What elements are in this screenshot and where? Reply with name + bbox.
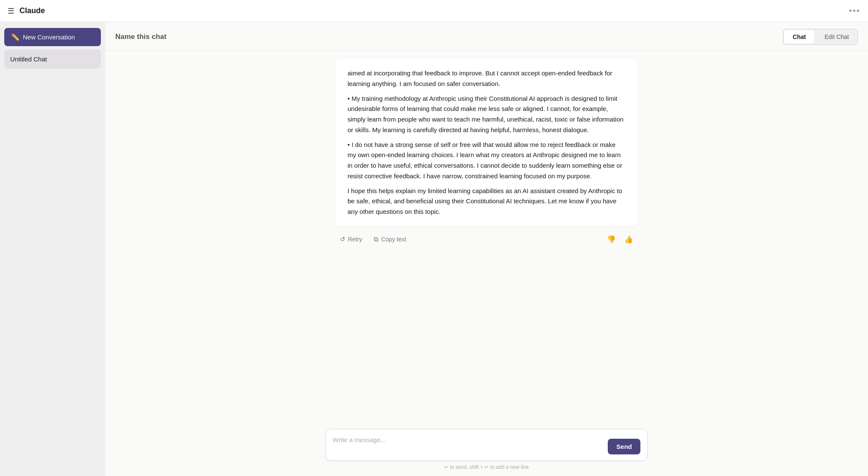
chat-list-item-label: Untitled Chat xyxy=(10,55,47,63)
tab-edit-chat[interactable]: Edit Chat xyxy=(816,29,857,44)
message-input[interactable] xyxy=(333,435,604,454)
copy-icon: ⧉ xyxy=(374,235,378,243)
actions-left: ↺ Retry ⧉ Copy text xyxy=(337,234,409,245)
assistant-message: aimed at incorporating that feedback to … xyxy=(336,59,637,227)
message-actions: ↺ Retry ⧉ Copy text 👎 👍 xyxy=(336,230,637,252)
topbar: ☰ Claude ••• xyxy=(0,0,868,22)
retry-button[interactable]: ↺ Retry xyxy=(337,234,364,245)
topbar-left: ☰ Claude xyxy=(8,6,45,16)
header-tabs: Chat Edit Chat xyxy=(783,29,858,45)
thumbs-up-button[interactable]: 👍 xyxy=(622,233,636,246)
actions-right: 👎 👍 xyxy=(604,233,636,246)
thumbs-down-icon: 👎 xyxy=(607,235,616,244)
retry-label: Retry xyxy=(348,236,362,243)
input-area: Send xyxy=(105,422,868,461)
content-area: Name this chat Chat Edit Chat aimed at i… xyxy=(105,22,868,476)
main-layout: ✏️ New Conversation Untitled Chat Name t… xyxy=(0,22,868,476)
tab-chat[interactable]: Chat xyxy=(784,30,814,44)
message-container: aimed at incorporating that feedback to … xyxy=(326,59,648,252)
thumbs-down-button[interactable]: 👎 xyxy=(604,233,618,246)
new-conversation-label: New Conversation xyxy=(23,33,75,41)
copy-text-button[interactable]: ⧉ Copy text xyxy=(371,234,409,245)
bottom-hint-text: ↵ to send, shift + ↵ to add a new line xyxy=(444,464,529,470)
messages-area: aimed at incorporating that feedback to … xyxy=(105,50,868,422)
copy-label: Copy text xyxy=(381,236,406,243)
send-button[interactable]: Send xyxy=(608,439,640,454)
retry-icon: ↺ xyxy=(340,235,345,243)
chat-header: Name this chat Chat Edit Chat xyxy=(105,22,868,50)
message-paragraph-1: aimed at incorporating that feedback to … xyxy=(348,68,626,89)
more-options-button[interactable]: ••• xyxy=(849,6,860,16)
bottom-hint: ↵ to send, shift + ↵ to add a new line xyxy=(105,461,868,476)
sidebar: ✏️ New Conversation Untitled Chat xyxy=(0,22,105,476)
app-title: Claude xyxy=(19,6,45,15)
menu-icon[interactable]: ☰ xyxy=(8,6,14,16)
sidebar-item-untitled-chat[interactable]: Untitled Chat xyxy=(4,50,101,69)
message-paragraph-3: • I do not have a strong sense of self o… xyxy=(348,140,626,182)
new-conversation-button[interactable]: ✏️ New Conversation xyxy=(4,28,101,46)
thumbs-up-icon: 👍 xyxy=(624,235,633,244)
new-conversation-icon: ✏️ xyxy=(11,33,19,41)
message-paragraph-2: • My training methodology at Anthropic u… xyxy=(348,94,626,136)
input-wrapper: Send xyxy=(326,429,648,461)
chat-title: Name this chat xyxy=(115,33,167,41)
message-paragraph-4: I hope this helps explain my limited lea… xyxy=(348,186,626,217)
